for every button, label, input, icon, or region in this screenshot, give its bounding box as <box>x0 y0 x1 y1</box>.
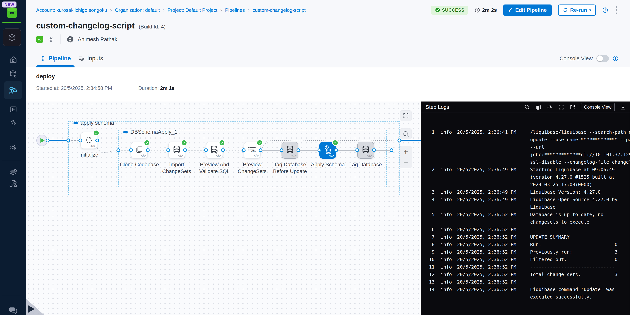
pipeline-step-apply-schema[interactable]: </> <box>320 142 336 158</box>
tab-pipeline[interactable]: Pipeline <box>36 50 74 67</box>
marquee-select-button[interactable] <box>400 128 412 139</box>
connector-dot[interactable] <box>78 138 82 142</box>
log-entry: 2 info 20/5/2025, 2:36:49 PM Starting Li… <box>421 166 630 188</box>
log-timestamp: 20/5/2025, 2:36:52 PM <box>457 226 530 233</box>
app-window: NEW ∞ <box>0 0 644 315</box>
user-avatar-icon <box>67 36 74 43</box>
home-icon <box>9 56 17 64</box>
connector-dot[interactable] <box>280 148 284 152</box>
connector-dot[interactable] <box>66 138 70 142</box>
log-output[interactable]: 1 info 20/5/2025, 2:36:41 PM /liquibase/… <box>421 113 630 301</box>
log-settings-gear-icon[interactable] <box>546 104 553 110</box>
expand-panel-arrow[interactable] <box>28 305 34 313</box>
build-id: (Build Id: 4) <box>139 24 166 30</box>
rerun-button[interactable]: Re-run ▾ <box>558 4 596 16</box>
connector-dot[interactable] <box>390 148 393 152</box>
success-check-icon <box>93 130 100 136</box>
connector-dot[interactable] <box>95 138 99 142</box>
log-timestamp: 20/5/2025, 2:36:49 PM <box>457 188 530 196</box>
connector-dot[interactable] <box>46 138 50 142</box>
log-level: info <box>440 233 457 241</box>
connector-dot[interactable] <box>318 148 321 152</box>
connector-dot[interactable] <box>116 148 120 152</box>
module-selector-button[interactable] <box>3 28 21 46</box>
success-check-icon <box>256 140 263 146</box>
pipeline-step-import-changesets[interactable]: </> <box>168 142 185 158</box>
log-timestamp: 20/5/2025, 2:36:49 PM <box>457 196 530 211</box>
connector-dot[interactable] <box>146 148 150 152</box>
sidebar-divider <box>2 296 21 296</box>
connector-dot[interactable] <box>334 148 338 152</box>
log-message: Filtered out: 0 <box>530 256 630 263</box>
log-timestamp: 20/5/2025, 2:36:52 PM <box>457 271 530 278</box>
connector-dot[interactable] <box>183 148 187 152</box>
success-check-icon <box>144 140 150 146</box>
breadcrumb-item[interactable]: Organization: default <box>115 7 160 13</box>
fullscreen-icon[interactable] <box>558 104 564 110</box>
log-message: ------------------------------ <box>530 263 630 271</box>
pipeline-step-preview-changesets[interactable]: </> </> <box>244 142 260 158</box>
pipeline-step-preview-and-validate-sql[interactable]: </> <box>206 142 223 158</box>
log-line-number: 8 <box>421 241 434 248</box>
connector-dot[interactable] <box>372 148 376 152</box>
zoom-out-button[interactable]: − <box>400 157 412 168</box>
pipeline-step-initialize[interactable]: </> <box>80 132 97 149</box>
connector-dot[interactable] <box>259 148 262 152</box>
sidebar-item-infrastructure[interactable] <box>4 177 22 190</box>
sidebar-item-settings[interactable] <box>4 116 22 130</box>
info-icon[interactable] <box>602 7 608 13</box>
tab-inputs[interactable]: Inputs <box>74 50 107 67</box>
fit-to-screen-button[interactable] <box>400 110 412 121</box>
connector-dot[interactable] <box>166 148 170 152</box>
breadcrumb-item[interactable]: Pipelines <box>225 7 245 13</box>
pipeline-step-clone-codebase[interactable]: </> <box>131 142 148 158</box>
connector-dot[interactable] <box>296 148 300 152</box>
code-icon: </> <box>178 154 183 158</box>
sidebar-item-executions[interactable] <box>4 103 22 116</box>
zoom-in-button[interactable]: + <box>400 146 412 157</box>
connector-dot[interactable] <box>355 148 359 152</box>
log-message <box>530 226 630 233</box>
copy-icon[interactable] <box>535 104 541 110</box>
code-icon: </> <box>90 144 95 148</box>
breadcrumb-item[interactable]: Project: Default Project <box>168 7 217 13</box>
connector-dot[interactable] <box>204 148 208 152</box>
open-in-new-icon[interactable] <box>570 104 576 110</box>
breadcrumb: Account: kurosakiichigo.songoku›Organiza… <box>36 7 306 13</box>
console-view-toggle[interactable] <box>596 55 609 62</box>
harness-database-logo-icon[interactable]: ∞ <box>6 7 18 19</box>
log-message: Liquibase Version: 4.27.0 <box>530 188 630 196</box>
sidebar-item-home[interactable] <box>4 53 22 66</box>
code-icon: </> <box>292 154 296 158</box>
pipeline-canvas[interactable]: apply schema DBSchemaApply_1 <box>26 102 421 315</box>
check-circle-icon <box>435 8 440 13</box>
sidebar-item-databases[interactable] <box>4 68 22 81</box>
edit-pipeline-button[interactable]: Edit Pipeline <box>503 4 552 16</box>
connector-dot[interactable] <box>129 148 133 152</box>
log-line-number: 9 <box>421 248 434 256</box>
log-message: /liquibase/liquibase --search-path dbupd… <box>530 128 630 166</box>
help-chat-button[interactable]: ? <box>4 304 22 315</box>
log-level: info <box>440 166 457 188</box>
pipeline-step-tag-database[interactable]: </> <box>357 142 374 158</box>
pipeline-settings-gear-icon[interactable] <box>48 36 54 43</box>
log-message: UPDATE SUMMARY <box>530 233 630 241</box>
info-icon[interactable] <box>612 56 618 62</box>
connector-dot[interactable] <box>242 148 246 152</box>
sidebar-item-pipelines-active[interactable] <box>4 81 22 99</box>
connector-dot[interactable] <box>221 148 225 152</box>
breadcrumb-item[interactable]: Account: kurosakiichigo.songoku <box>36 7 107 13</box>
log-entry: 6 info 20/5/2025, 2:36:52 PM <box>421 226 630 233</box>
connector-dot[interactable] <box>398 138 401 142</box>
stage-summary-panel: deploy Started at: 20/5/2025, 2:34:58 PM… <box>26 68 630 104</box>
play-box-icon <box>9 105 17 114</box>
breadcrumb-item[interactable]: custom-changelog-script <box>252 7 306 13</box>
more-options-menu[interactable] <box>614 5 618 15</box>
console-view-button[interactable]: Console View <box>581 103 615 111</box>
sidebar-divider <box>2 161 21 161</box>
search-icon[interactable] <box>524 104 530 110</box>
pipeline-step-tag-database-before-update[interactable]: </> <box>282 142 298 158</box>
step-label: Tag Database <box>343 161 388 168</box>
sidebar-item-project-settings[interactable] <box>4 141 22 154</box>
download-icon[interactable] <box>620 104 626 110</box>
